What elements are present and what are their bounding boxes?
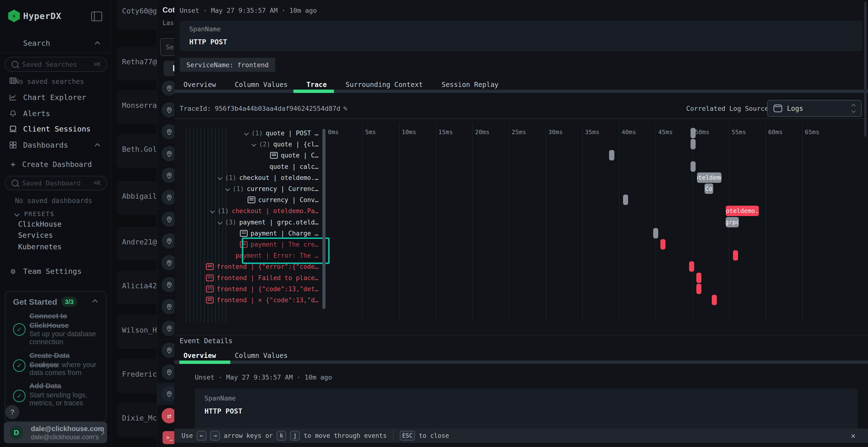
help-button[interactable]: ?	[5, 405, 19, 419]
chevron-up-icon[interactable]	[95, 143, 100, 149]
session-filter-button[interactable]	[163, 61, 175, 76]
session-event-row[interactable]	[157, 77, 175, 100]
edit-pencil-icon[interactable]: ✎	[343, 104, 347, 112]
trace-span-row[interactable]: (1)checkout | oteldemo.…	[174, 172, 322, 183]
trace-span-bar[interactable]: oteldemo	[697, 172, 721, 183]
trace-span-bar[interactable]	[696, 284, 702, 294]
trace-span-bar[interactable]	[609, 150, 614, 161]
trace-span-row[interactable]: quote | C…	[174, 150, 322, 161]
trace-span-row[interactable]: quote | calc…	[174, 161, 322, 172]
session-event-row[interactable]	[157, 165, 175, 187]
trace-span-row[interactable]: (1)checkout | oteldemo.Pa…	[174, 205, 322, 216]
trace-span-row[interactable]: currency | Conv…	[174, 194, 322, 205]
chevron-down-icon[interactable]	[217, 220, 222, 225]
session-card[interactable]: Frederic	[117, 359, 157, 393]
trace-span-bar[interactable]	[733, 250, 738, 261]
session-card[interactable]: Andre21@	[117, 227, 157, 261]
session-event-row[interactable]	[157, 339, 175, 362]
session-card[interactable]: Abbigail	[117, 181, 157, 215]
sidebar-item-team-settings[interactable]: ⚙ Team Settings	[0, 265, 111, 277]
tab-overview[interactable]: Overview	[184, 81, 216, 89]
trace-span-bar[interactable]	[696, 273, 702, 283]
trace-span-row[interactable]: (1)quote | POST …	[174, 128, 322, 139]
session-event-row[interactable]	[157, 99, 175, 122]
tab-column-values[interactable]: Column Values	[235, 81, 288, 89]
chevron-down-icon[interactable]	[244, 131, 249, 136]
sidebar-item-services[interactable]: Services	[18, 230, 53, 240]
session-event-row[interactable]	[157, 361, 175, 383]
user-menu[interactable]: D dale@clickhouse.com dale@clickhouse.co…	[4, 422, 107, 443]
session-card[interactable]: Beth.Gol	[117, 134, 157, 168]
saved-dashboards-field[interactable]	[22, 179, 81, 187]
saved-dashboards-input[interactable]: ⌘K	[5, 176, 107, 190]
chevron-down-icon[interactable]	[210, 209, 215, 213]
trace-span-row[interactable]: (2)quote | {cl…	[174, 139, 322, 150]
trace-span-bar[interactable]	[690, 128, 695, 138]
create-dashboard-button[interactable]: + Create Dashboard	[0, 159, 111, 170]
tab-ed-overview[interactable]: Overview	[184, 352, 216, 359]
sidebar-item-clickhouse[interactable]: ClickHouse	[18, 219, 62, 229]
session-search-input[interactable]: Sea	[160, 38, 175, 56]
trace-span-row[interactable]: (3)payment | grpc.oteld…	[174, 217, 322, 228]
tab-trace[interactable]: Trace	[306, 81, 327, 89]
sidebar-item-chart-explorer[interactable]: Chart Explorer	[0, 92, 111, 103]
service-name-chip[interactable]: ServiceName: frontend	[180, 58, 275, 72]
tab-surrounding-context[interactable]: Surrounding Context	[345, 81, 423, 89]
session-event-row[interactable]	[157, 252, 175, 274]
session-event-row[interactable]	[157, 383, 175, 405]
trace-span-bar[interactable]: Co	[705, 183, 713, 194]
trace-span-row[interactable]: frontend | {"code":13,"det…	[174, 283, 322, 295]
sidebar-collapse-icon[interactable]	[91, 11, 102, 21]
tab-session-replay[interactable]: Session Replay	[442, 81, 499, 89]
close-icon[interactable]: ✕	[851, 431, 856, 440]
session-event-row[interactable]	[157, 274, 175, 296]
trace-span-row[interactable]: payment | Charge …	[174, 228, 322, 239]
sidebar-item-dashboards[interactable]: Dashboards	[0, 139, 111, 151]
session-card[interactable]: Dixie_Mc	[117, 403, 157, 437]
get-started-item-title[interactable]: Connect to ClickHouse	[29, 311, 99, 330]
trace-span-bar[interactable]: grpc	[726, 217, 739, 227]
session-card[interactable]: Monserra	[117, 90, 157, 124]
session-event-row[interactable]	[157, 317, 175, 340]
trace-span-bar[interactable]	[660, 239, 665, 249]
sidebar-item-client-sessions[interactable]: Client Sessions	[0, 123, 111, 135]
chevron-down-icon[interactable]	[225, 186, 230, 191]
tree-scrollbar[interactable]	[322, 129, 326, 309]
trace-span-row[interactable]: frontend | Failed to place…	[174, 272, 322, 283]
session-event-row[interactable]: >_	[157, 426, 175, 447]
trace-span-bar[interactable]	[689, 261, 694, 272]
session-event-row[interactable]	[157, 121, 175, 143]
sidebar-item-kubernetes[interactable]: Kubernetes	[18, 241, 62, 252]
session-event-row[interactable]	[157, 208, 175, 231]
session-card[interactable]: Retha77@	[117, 46, 157, 81]
trace-span-row[interactable]: (1)currency | Currenc…	[174, 183, 322, 194]
trace-span-bar[interactable]: oteldemo.	[726, 206, 759, 216]
session-card[interactable]: Coty60@g	[117, 0, 157, 30]
tab-ed-column-values[interactable]: Column Values	[235, 352, 288, 359]
session-card[interactable]: Wilson_H	[117, 315, 157, 349]
session-event-row[interactable]	[157, 230, 175, 252]
session-event-row[interactable]	[157, 296, 175, 318]
sidebar-item-alerts[interactable]: Alerts	[0, 108, 111, 119]
session-event-row[interactable]: ⇄	[157, 405, 175, 427]
log-source-select[interactable]: Logs	[767, 100, 862, 117]
saved-searches-input[interactable]: ⌘K	[5, 57, 107, 72]
get-started-item-title[interactable]: Add Data	[29, 381, 99, 390]
trace-span-bar[interactable]	[690, 139, 695, 149]
trace-span-row[interactable]: frontend | × {"code":13,"d…	[174, 295, 322, 306]
session-card[interactable]: Alicia42	[117, 271, 157, 305]
sidebar-item-search[interactable]: Search	[0, 37, 111, 49]
trace-span-bar[interactable]	[712, 295, 717, 305]
session-event-row[interactable]	[157, 186, 175, 209]
chevron-up-icon[interactable]	[95, 41, 100, 47]
saved-searches-field[interactable]	[22, 61, 81, 68]
chevron-down-icon[interactable]	[251, 142, 256, 147]
chevron-down-icon[interactable]	[217, 175, 222, 180]
trace-span-bar[interactable]	[690, 161, 695, 172]
modal-scrollbar[interactable]	[864, 2, 867, 137]
trace-span-bar[interactable]	[653, 228, 658, 238]
session-event-row[interactable]	[157, 143, 175, 165]
trace-span-bar[interactable]	[623, 195, 628, 205]
chevron-up-icon[interactable]	[92, 299, 98, 305]
presets-toggle[interactable]: PRESETS	[0, 209, 111, 219]
